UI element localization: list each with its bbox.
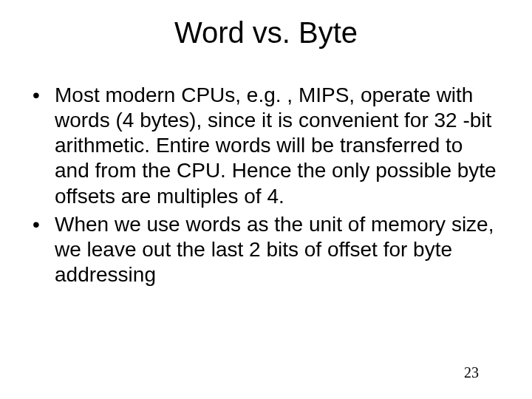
bullet-list: Most modern CPUs, e.g. , MIPS, operate w… xyxy=(30,83,502,287)
slide: Word vs. Byte Most modern CPUs, e.g. , M… xyxy=(0,0,532,399)
page-number: 23 xyxy=(464,364,479,381)
bullet-item: Most modern CPUs, e.g. , MIPS, operate w… xyxy=(30,83,502,209)
slide-title: Word vs. Byte xyxy=(0,16,532,50)
bullet-item: When we use words as the unit of memory … xyxy=(30,212,502,287)
slide-body: Most modern CPUs, e.g. , MIPS, operate w… xyxy=(30,83,502,290)
